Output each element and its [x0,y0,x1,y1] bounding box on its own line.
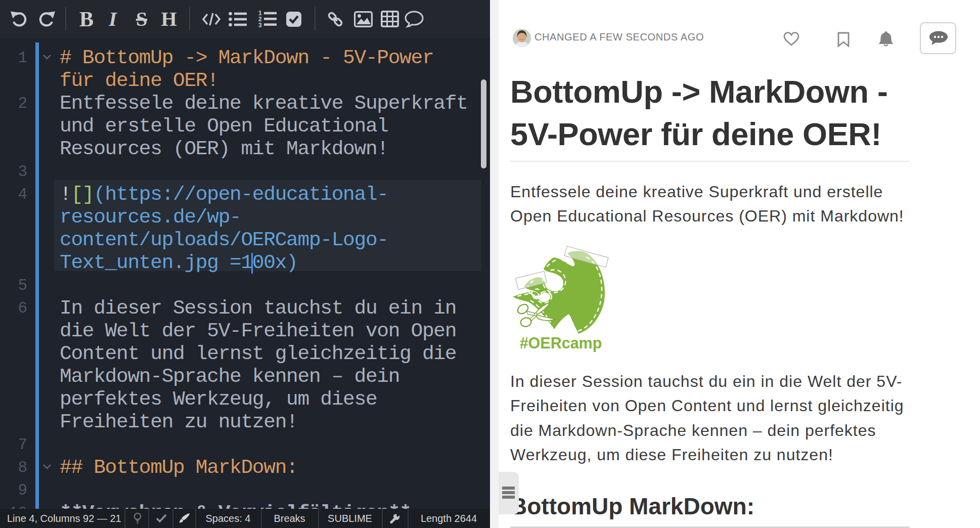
svg-text:3: 3 [258,22,262,28]
